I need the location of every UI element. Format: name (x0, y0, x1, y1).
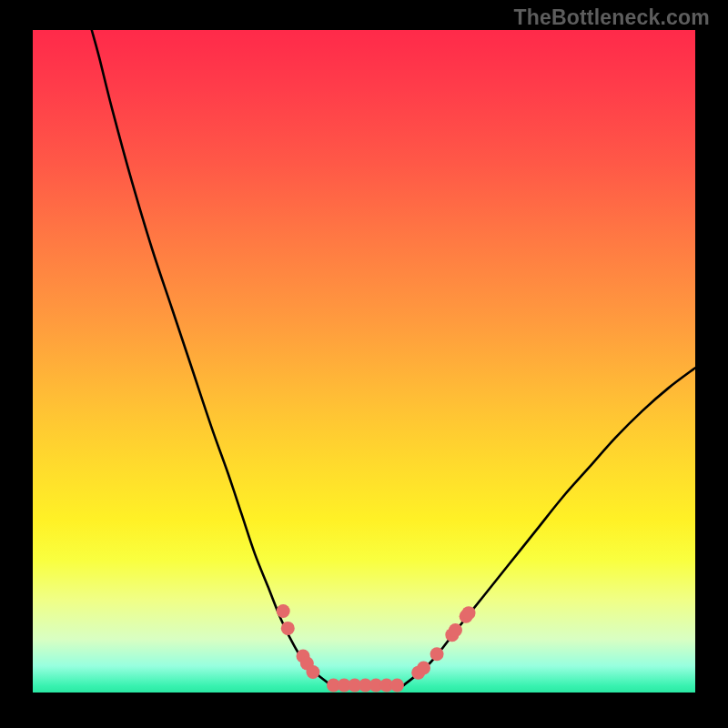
data-marker (390, 678, 404, 692)
data-marker (449, 623, 462, 637)
data-marker (277, 604, 290, 618)
data-marker (417, 662, 430, 675)
curve-left-branch (92, 30, 331, 685)
chart-svg (33, 30, 695, 693)
data-marker (430, 647, 444, 661)
data-marker (281, 622, 295, 635)
chart-area (33, 30, 695, 693)
data-marker (462, 606, 476, 620)
attribution-text: TheBottleneck.com (513, 5, 710, 30)
marker-group (277, 604, 476, 693)
data-marker (306, 665, 319, 679)
